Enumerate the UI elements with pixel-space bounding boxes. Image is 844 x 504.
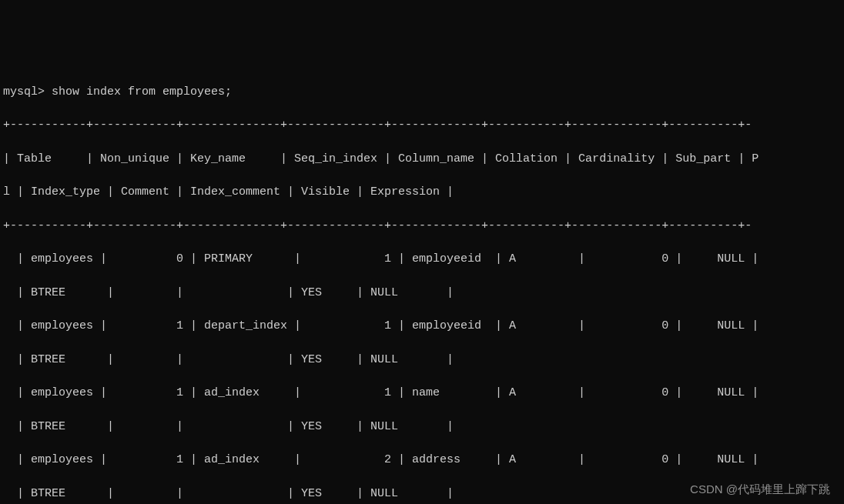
table-row: | employees | 1 | ad_index | 1 | name | … — [3, 385, 841, 402]
table-row: | employees | 1 | depart_index | 1 | emp… — [3, 318, 841, 335]
table-row-wrap: | BTREE | | | YES | NULL | — [3, 419, 841, 436]
terminal-output[interactable]: mysql> show index from employees; +-----… — [0, 67, 844, 504]
table-row: | employees | 0 | PRIMARY | 1 | employee… — [3, 251, 841, 268]
watermark: CSDN @代码堆里上蹿下跳 — [690, 481, 830, 498]
table-row-wrap: | BTREE | | | YES | NULL | — [3, 352, 841, 369]
table-header: | Table | Non_unique | Key_name | Seq_in… — [3, 151, 841, 168]
table-header-wrap: l | Index_type | Comment | Index_comment… — [3, 184, 841, 201]
table-row: | employees | 1 | ad_index | 2 | address… — [3, 452, 841, 469]
table-border: +-----------+------------+--------------… — [3, 117, 841, 134]
table-border: +-----------+------------+--------------… — [3, 218, 841, 235]
prompt-line: mysql> show index from employees; — [3, 84, 841, 101]
table-row-wrap: | BTREE | | | YES | NULL | — [3, 285, 841, 302]
